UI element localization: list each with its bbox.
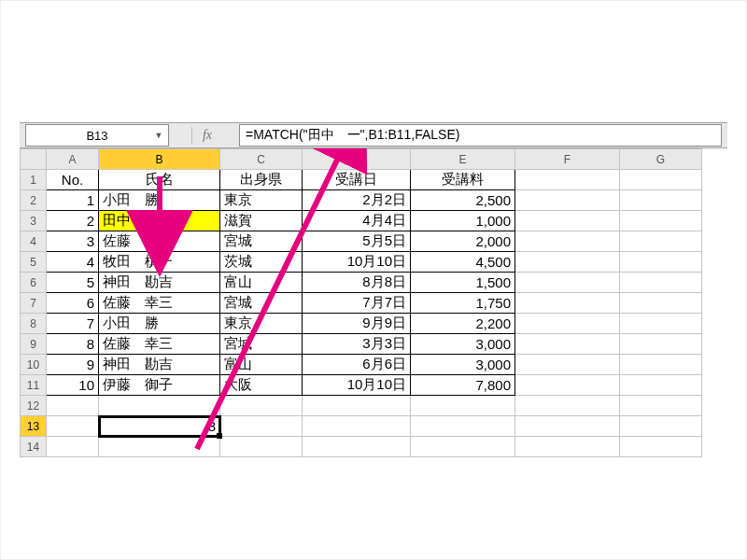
cell-D7[interactable]: 7月7日 <box>303 293 410 313</box>
cell-D6[interactable]: 8月8日 <box>303 273 410 292</box>
row-header-7[interactable]: 7 <box>21 293 47 314</box>
cell-C7[interactable]: 宮城 <box>220 293 302 313</box>
cell-A1[interactable]: No. <box>47 171 98 189</box>
chevron-down-icon[interactable]: ▼ <box>151 127 166 144</box>
cell-B13[interactable]: 3 <box>99 417 219 435</box>
cell-A2[interactable]: 1 <box>47 191 98 209</box>
cell-B1[interactable]: 氏名 <box>99 170 219 189</box>
cell-B8[interactable]: 小田 勝 <box>99 314 219 333</box>
cell-A9[interactable]: 8 <box>47 335 98 353</box>
cell-A13[interactable] <box>47 426 98 427</box>
cell-F1[interactable] <box>515 179 619 181</box>
cell-A7[interactable]: 6 <box>47 294 98 312</box>
cell-B6[interactable]: 神田 勘吉 <box>99 273 219 292</box>
cell-B11[interactable]: 伊藤 御子 <box>99 375 219 395</box>
cell-D4[interactable]: 5月5日 <box>303 231 410 251</box>
cell-D8[interactable]: 9月9日 <box>303 314 410 333</box>
col-header-E[interactable]: E <box>411 149 515 170</box>
cell-C4[interactable]: 宮城 <box>220 231 302 251</box>
col-header-B[interactable]: B <box>99 149 220 170</box>
cell-B9[interactable]: 佐藤 幸三 <box>99 334 219 354</box>
row-header-12[interactable]: 12 <box>21 396 47 416</box>
cell-D1[interactable]: 受講日 <box>303 170 410 189</box>
select-all-corner[interactable] <box>21 149 47 170</box>
formula-text: =MATCH("田中 一",B1:B11,FALSE) <box>246 127 459 144</box>
col-header-C[interactable]: C <box>220 149 303 170</box>
row-header-1[interactable]: 1 <box>21 170 47 190</box>
cell-E1[interactable]: 受講料 <box>411 170 514 189</box>
col-header-F[interactable]: F <box>515 149 620 170</box>
cell-A4[interactable]: 3 <box>47 232 98 250</box>
col-header-D[interactable]: D <box>303 149 411 170</box>
cell-C5[interactable]: 茨城 <box>220 252 302 272</box>
row-header-8[interactable]: 8 <box>21 314 47 334</box>
cell-C9[interactable]: 宮城 <box>220 334 302 354</box>
row-header-9[interactable]: 9 <box>21 334 47 355</box>
cell-B4[interactable]: 佐藤 幸三 <box>99 231 219 251</box>
cell-C8[interactable]: 東京 <box>220 314 302 333</box>
row-header-10[interactable]: 10 <box>21 355 47 375</box>
col-header-G[interactable]: G <box>620 149 702 170</box>
row-header-6[interactable]: 6 <box>21 273 47 293</box>
formula-bar: B13 ▼ fx =MATCH("田中 一",B1:B11,FALSE) <box>20 122 727 148</box>
cell-C1[interactable]: 出身県 <box>220 170 302 189</box>
cell-E9[interactable]: 3,000 <box>411 335 514 353</box>
row-header-11[interactable]: 11 <box>21 375 47 396</box>
cell-E3[interactable]: 1,000 <box>411 212 514 230</box>
cell-D5[interactable]: 10月10日 <box>303 252 410 272</box>
name-box-value: B13 <box>86 129 107 143</box>
cell-A8[interactable]: 7 <box>47 315 98 332</box>
cell-B5[interactable]: 牧田 槙一 <box>99 252 219 272</box>
cell-B10[interactable]: 神田 勘吉 <box>99 355 219 374</box>
cell-B2[interactable]: 小田 勝 <box>99 190 219 210</box>
cell-E6[interactable]: 1,500 <box>411 273 514 291</box>
row-header-4[interactable]: 4 <box>21 231 47 252</box>
cell-C11[interactable]: 大阪 <box>220 375 302 395</box>
col-header-A[interactable]: A <box>47 149 99 170</box>
cell-G1[interactable] <box>620 179 701 181</box>
cell-E4[interactable]: 2,000 <box>411 232 514 250</box>
cell-D3[interactable]: 4月4日 <box>303 211 410 231</box>
cell-E11[interactable]: 7,800 <box>411 376 514 394</box>
row-header-5[interactable]: 5 <box>21 252 47 273</box>
row-header-3[interactable]: 3 <box>21 211 47 231</box>
row-header-2[interactable]: 2 <box>21 190 47 211</box>
cell-C10[interactable]: 富山 <box>220 355 302 374</box>
cell-E7[interactable]: 1,750 <box>411 294 514 312</box>
cell-A10[interactable]: 9 <box>47 356 98 373</box>
formula-input[interactable]: =MATCH("田中 一",B1:B11,FALSE) <box>239 124 722 147</box>
cell-E5[interactable]: 4,500 <box>411 253 514 271</box>
name-box[interactable]: B13 ▼ <box>25 124 169 147</box>
cell-A3[interactable]: 2 <box>47 212 98 230</box>
cell-D11[interactable]: 10月10日 <box>303 375 410 395</box>
row-header-14[interactable]: 14 <box>21 437 47 457</box>
cell-A11[interactable]: 10 <box>47 376 98 394</box>
row-header-13[interactable]: 13 <box>21 416 47 437</box>
cell-B3[interactable]: 田中 一 <box>99 211 219 231</box>
cell-D9[interactable]: 3月3日 <box>303 334 410 354</box>
cell-C3[interactable]: 滋賀 <box>220 211 302 231</box>
cell-D10[interactable]: 6月6日 <box>303 355 410 374</box>
cell-E8[interactable]: 2,200 <box>411 315 514 332</box>
cell-B7[interactable]: 佐藤 幸三 <box>99 293 219 313</box>
cell-C2[interactable]: 東京 <box>220 190 302 210</box>
fx-icon[interactable]: fx <box>191 127 217 144</box>
cell-D2[interactable]: 2月2日 <box>303 190 410 210</box>
cell-A5[interactable]: 4 <box>47 253 98 271</box>
cell-A6[interactable]: 5 <box>47 273 98 291</box>
cell-E10[interactable]: 3,000 <box>411 356 514 373</box>
spreadsheet-grid[interactable]: A B C D E F G 1 No. 氏名 出身県 受講日 受講料 2 1 小… <box>20 148 702 457</box>
cell-E2[interactable]: 2,500 <box>411 191 514 209</box>
cell-C6[interactable]: 富山 <box>220 273 302 292</box>
